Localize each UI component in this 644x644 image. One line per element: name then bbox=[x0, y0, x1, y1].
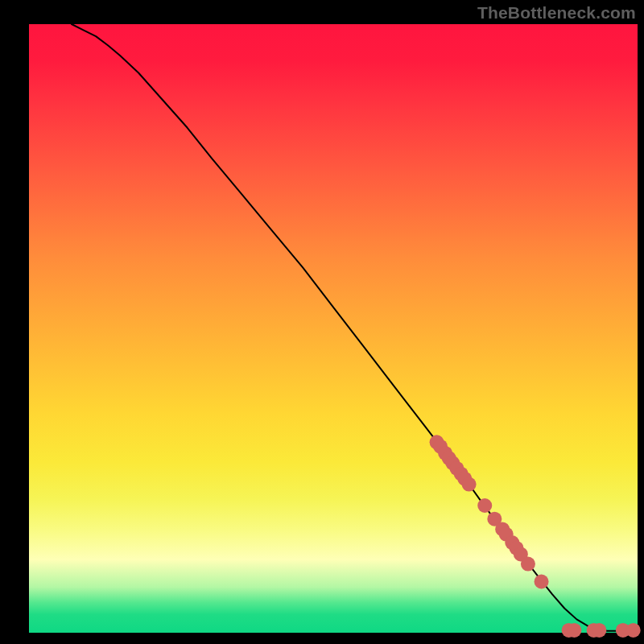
data-point bbox=[462, 477, 477, 492]
points-overlay bbox=[29, 24, 638, 633]
data-point bbox=[567, 623, 581, 638]
data-point bbox=[535, 575, 549, 589]
data-point bbox=[592, 623, 606, 638]
attribution-label: TheBottleneck.com bbox=[477, 3, 636, 23]
plot-area bbox=[29, 24, 638, 633]
data-point bbox=[477, 498, 492, 513]
data-point bbox=[521, 557, 535, 572]
chart-stage: TheBottleneck.com bbox=[0, 0, 644, 644]
data-point bbox=[626, 623, 641, 638]
